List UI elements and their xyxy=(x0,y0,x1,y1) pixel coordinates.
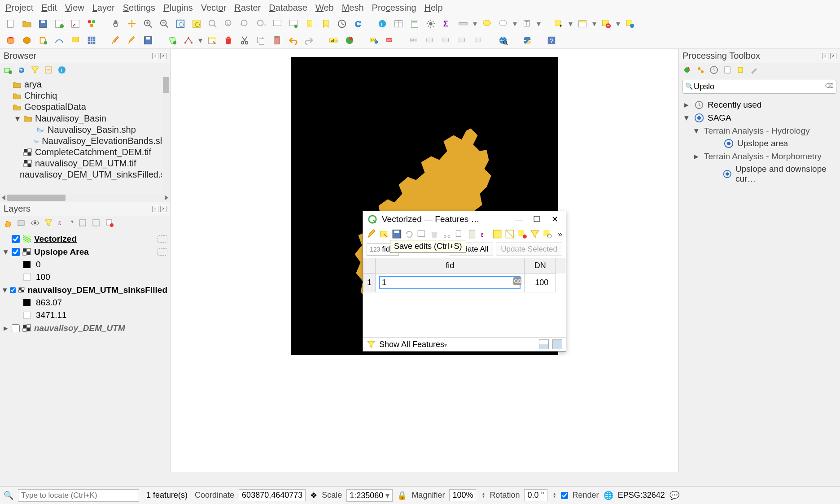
layer-item[interactable]: Vectorized xyxy=(2,233,168,245)
hide-labels-icon[interactable]: abc xyxy=(384,34,396,47)
column-header-dn[interactable]: DN xyxy=(525,258,556,274)
menu-database[interactable]: Database xyxy=(269,3,307,13)
python-console-icon[interactable] xyxy=(521,34,534,47)
map-tips-icon[interactable] xyxy=(481,17,493,30)
processing-float-icon[interactable]: ▫ xyxy=(822,53,828,59)
paste-dialog-icon[interactable] xyxy=(467,229,477,239)
menu-plugins[interactable]: Plugins xyxy=(163,3,193,13)
delete-selected-icon[interactable] xyxy=(222,34,235,47)
search-clear-icon[interactable]: ⌫ xyxy=(825,82,834,89)
toggle-edit-icon[interactable] xyxy=(367,229,376,239)
algorithm-item[interactable]: ▸Terrain Analysis - Morphometry xyxy=(682,150,836,163)
zoom-to-feature-icon[interactable] xyxy=(542,229,552,239)
layers-close-icon[interactable]: × xyxy=(160,206,166,212)
menu-view[interactable]: View xyxy=(65,3,84,13)
filter-browser-icon[interactable] xyxy=(31,65,39,74)
menu-raster[interactable]: Raster xyxy=(234,3,261,13)
collapse-all-icon[interactable] xyxy=(44,65,53,74)
layers-tree[interactable]: Vectorized▾Upslope Area0100▾nauvalisoy_D… xyxy=(0,230,170,337)
expression-select-icon[interactable]: ε xyxy=(480,229,490,239)
reload-table-icon[interactable] xyxy=(404,229,414,239)
modify-attrib-icon[interactable] xyxy=(206,34,219,47)
field-calculator-icon[interactable] xyxy=(408,17,421,30)
menu-web[interactable]: Web xyxy=(315,3,334,13)
zoom-in-icon[interactable] xyxy=(142,17,154,30)
annotation-text-icon[interactable] xyxy=(497,17,509,30)
bookmarks-icon[interactable] xyxy=(319,17,332,30)
crs-value[interactable]: EPSG:32642 xyxy=(618,491,665,500)
update-selected-button[interactable]: Update Selected xyxy=(496,243,562,256)
browser-item[interactable]: nauvalisoy_DEM_UTM_sinksFilled.sdat xyxy=(2,169,170,180)
layer-item[interactable]: ▾Upslope Area xyxy=(2,245,168,258)
history-icon[interactable] xyxy=(709,65,718,74)
new-map-view-icon[interactable] xyxy=(271,17,284,30)
algorithm-item[interactable]: ▸Recently used xyxy=(682,98,836,111)
coordinate-value[interactable]: 603870,4640773 xyxy=(239,489,306,501)
cut-dialog-icon[interactable] xyxy=(442,229,452,239)
save-edits-dialog-icon[interactable] xyxy=(392,229,402,239)
dn-cell[interactable]: 100 xyxy=(525,274,556,292)
menu-edit[interactable]: Edit xyxy=(41,3,57,13)
table-row[interactable]: 1 ⌫ 100 xyxy=(363,274,566,292)
show-features-dropdown[interactable]: Show All Features▾ xyxy=(379,340,447,349)
table-view-button[interactable] xyxy=(552,339,562,349)
processing-tree[interactable]: ▸Recently used▾SAGA▾Terrain Analysis - H… xyxy=(679,96,840,187)
deselect-dialog-icon[interactable] xyxy=(517,229,527,239)
label-change-icon[interactable] xyxy=(472,34,485,47)
diagram-icon[interactable] xyxy=(343,34,356,47)
messages-icon[interactable]: 💬 xyxy=(669,491,679,500)
minimize-button[interactable]: — xyxy=(512,214,525,225)
zoom-to-layer-icon[interactable] xyxy=(206,17,219,30)
label-tool-icon[interactable]: abc xyxy=(327,34,340,47)
open-data-source-icon[interactable] xyxy=(4,34,17,47)
browser-item[interactable]: nauvalisoy_DEM_UTM.tif xyxy=(2,158,170,169)
algorithm-item[interactable]: Upslope area xyxy=(682,137,836,150)
statistics-icon[interactable]: Σ xyxy=(441,17,453,30)
algorithm-item[interactable]: ▾SAGA xyxy=(682,111,836,124)
pan-to-selection-icon[interactable] xyxy=(126,17,138,30)
model-designer-icon[interactable] xyxy=(696,65,705,74)
zoom-last-icon[interactable] xyxy=(239,17,251,30)
edit-in-place-icon[interactable] xyxy=(736,65,745,74)
temporal-icon[interactable] xyxy=(336,17,348,30)
layer-visibility-checkbox[interactable] xyxy=(12,324,20,332)
new-shapefile-icon[interactable] xyxy=(37,34,49,47)
undo-icon[interactable] xyxy=(287,34,299,47)
add-feature-dialog-icon[interactable] xyxy=(417,229,427,239)
select-features-icon[interactable] xyxy=(552,17,565,30)
processing-close-icon[interactable]: × xyxy=(830,53,836,59)
invert-select-icon[interactable] xyxy=(505,229,515,239)
menu-project[interactable]: Project xyxy=(5,3,33,13)
copy-dialog-icon[interactable] xyxy=(455,229,464,239)
metasearch-icon[interactable] xyxy=(497,34,509,47)
vertex-tool-icon[interactable] xyxy=(182,34,195,47)
menu-help[interactable]: Help xyxy=(424,3,443,13)
magnifier-value[interactable]: 100% xyxy=(449,489,476,501)
maximize-button[interactable]: ☐ xyxy=(530,214,543,225)
column-header-fid[interactable]: fid xyxy=(376,258,525,274)
processing-search-input[interactable] xyxy=(682,80,836,94)
fid-cell-input[interactable] xyxy=(379,276,521,289)
panel-float-icon[interactable]: ▫ xyxy=(152,53,158,59)
add-feature-icon[interactable] xyxy=(166,34,179,47)
layer-item[interactable]: ▸nauvalisoy_DEM_UTM xyxy=(2,322,168,335)
panel-close-icon[interactable]: × xyxy=(160,53,166,59)
browser-item[interactable]: ▾Nauvalisoy_Basin xyxy=(2,113,170,124)
expression-filter-icon[interactable]: ε xyxy=(57,218,66,227)
menu-settings[interactable]: Settings xyxy=(123,3,155,13)
add-layer-icon[interactable] xyxy=(4,65,13,74)
open-project-icon[interactable] xyxy=(21,17,33,30)
zoom-native-icon[interactable]: 1:1 xyxy=(223,17,235,30)
render-checkbox[interactable] xyxy=(561,492,568,499)
deselect-all-icon[interactable] xyxy=(600,17,612,30)
browser-tree[interactable]: aryaChirchiqGeospatialData▾Nauvalisoy_Ba… xyxy=(0,77,170,194)
label-copy-icon[interactable] xyxy=(424,34,437,47)
measure-icon[interactable] xyxy=(457,17,469,30)
close-button[interactable]: ✕ xyxy=(548,214,561,225)
browser-item[interactable]: arya xyxy=(2,79,170,90)
browser-item[interactable]: Nauvalisoy_Basin.shp xyxy=(2,124,170,135)
new-bookmark-icon[interactable] xyxy=(303,17,316,30)
zoom-full-icon[interactable] xyxy=(174,17,187,30)
manage-visibility-icon[interactable] xyxy=(31,218,39,227)
layers-float-icon[interactable]: ▫ xyxy=(152,206,158,212)
